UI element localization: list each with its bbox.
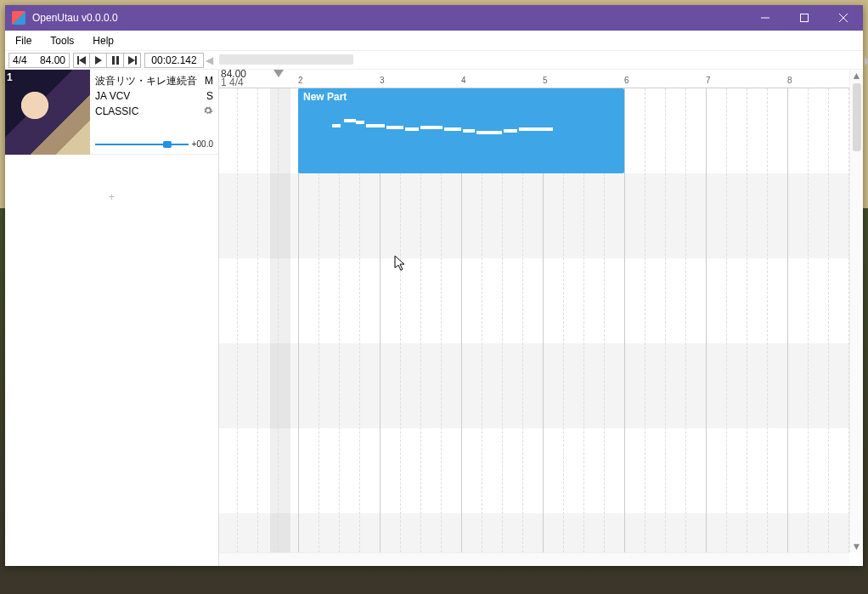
skip-end-icon: [128, 56, 137, 65]
time-value: 00:02.142: [151, 54, 196, 66]
svg-marker-5: [79, 56, 86, 65]
track-header[interactable]: 1 波音リツ・キレ連続音Ver M JA VCV S CLASSIC: [5, 70, 218, 155]
track-settings-button[interactable]: [203, 105, 213, 118]
minimize-icon: [761, 14, 769, 22]
svg-marker-11: [273, 70, 284, 77]
grid-barline: [706, 88, 707, 552]
arrangement-panel: 84.00 1 4/4 2345678 New Part: [219, 70, 863, 566]
pause-button[interactable]: [107, 53, 124, 68]
menu-help[interactable]: Help: [89, 33, 117, 48]
midi-part[interactable]: New Part: [298, 88, 624, 173]
ruler-measure-label: 6: [624, 76, 629, 85]
ruler-timesig: 1 4/4: [221, 78, 246, 87]
ruler-measure-label: 8: [787, 76, 792, 85]
mute-button[interactable]: M: [205, 75, 213, 87]
track-avatar[interactable]: 1: [5, 70, 90, 155]
grid-beatline: [808, 88, 809, 552]
pause-icon: [111, 56, 120, 65]
add-track-button[interactable]: +: [5, 155, 218, 240]
track-lane: [219, 513, 849, 552]
volume-value: +00.0: [192, 139, 213, 149]
close-button[interactable]: [824, 5, 863, 31]
content-area: 1 波音リツ・キレ連続音Ver M JA VCV S CLASSIC: [5, 70, 863, 566]
grid-beatline: [685, 88, 686, 552]
play-button[interactable]: [90, 53, 107, 68]
grid-beatline: [747, 88, 747, 552]
close-icon: [839, 14, 848, 22]
ruler-info: 84.00 1 4/4: [221, 70, 246, 87]
grid-beatline: [645, 88, 645, 552]
avatar-image: [5, 70, 90, 155]
menubar: File Tools Help: [5, 31, 863, 51]
svg-rect-10: [135, 56, 137, 65]
grid-beatline: [278, 88, 279, 552]
vertical-scrollbar[interactable]: ▲ ▼: [849, 70, 863, 552]
svg-rect-7: [112, 56, 115, 65]
track-lane: [219, 173, 849, 258]
svg-marker-6: [95, 56, 102, 65]
time-signature-value: 4/4: [13, 54, 27, 66]
app-icon: [12, 11, 25, 25]
transport-controls: [73, 53, 141, 68]
menu-tools[interactable]: Tools: [47, 33, 77, 48]
timeline-scroll-thumb[interactable]: [219, 54, 353, 65]
track-phonemizer[interactable]: JA VCV: [95, 90, 130, 102]
ruler-measure-label: 3: [380, 76, 385, 85]
plus-icon: +: [109, 191, 115, 203]
solo-button[interactable]: S: [206, 90, 213, 102]
timeline-ruler[interactable]: 84.00 1 4/4 2345678: [219, 70, 849, 88]
skip-end-button[interactable]: [124, 53, 141, 68]
track-list-panel: 1 波音リツ・キレ連続音Ver M JA VCV S CLASSIC: [5, 70, 219, 566]
mouse-cursor: [394, 255, 406, 272]
volume-slider-row: +00.0: [95, 139, 213, 149]
grid-beatline: [257, 88, 258, 552]
arrangement-canvas[interactable]: New Part: [219, 88, 849, 552]
ruler-measure-label: 2: [298, 76, 303, 85]
track-lane: [219, 428, 849, 513]
part-note-preview: [332, 119, 616, 143]
scroll-down-button[interactable]: ▼: [850, 540, 863, 552]
toolbar: 4/4 84.00 00:02.142 ◀ ▶: [5, 51, 863, 70]
window-title: OpenUtau v0.0.0.0: [32, 12, 746, 24]
maximize-icon: [800, 14, 809, 22]
timeline-scroll-left-button[interactable]: ◀: [206, 53, 212, 68]
skip-start-button[interactable]: [73, 53, 90, 68]
ruler-measure-label: 5: [543, 76, 548, 85]
app-window: OpenUtau v0.0.0.0 File Tools Help 4/4 84…: [5, 5, 863, 566]
ruler-measure-label: 7: [706, 76, 711, 85]
maximize-button[interactable]: [785, 5, 824, 31]
svg-rect-4: [77, 56, 79, 65]
vertical-scroll-thumb[interactable]: [853, 83, 861, 151]
track-singer-name[interactable]: 波音リツ・キレ連続音Ver: [95, 74, 197, 88]
ruler-measure-label: 4: [461, 76, 466, 85]
time-signature-tempo-box[interactable]: 4/4 84.00: [8, 53, 70, 68]
tempo-value: 84.00: [40, 54, 65, 66]
time-display[interactable]: 00:02.142: [144, 53, 204, 68]
svg-rect-1: [801, 14, 809, 22]
svg-rect-8: [116, 56, 119, 65]
grid-barline: [624, 88, 625, 552]
playhead-marker[interactable]: [273, 70, 282, 78]
track-lane: [219, 343, 849, 428]
titlebar[interactable]: OpenUtau v0.0.0.0: [5, 5, 863, 31]
grid-beatline: [726, 88, 727, 552]
volume-thumb[interactable]: [163, 141, 172, 148]
play-icon: [94, 56, 103, 65]
grid-beatline: [828, 88, 829, 552]
volume-slider[interactable]: [95, 144, 189, 145]
grid-beatline: [767, 88, 768, 552]
track-renderer[interactable]: CLASSIC: [95, 105, 138, 117]
track-lane: [219, 258, 849, 343]
horizontal-scrollbar[interactable]: [219, 552, 849, 566]
menu-file[interactable]: File: [12, 33, 35, 48]
playhead-shade: [270, 88, 290, 552]
gear-icon: [203, 105, 213, 116]
skip-start-icon: [77, 56, 86, 65]
track-number: 1: [7, 71, 13, 83]
minimize-button[interactable]: [746, 5, 785, 31]
scroll-up-button[interactable]: ▲: [850, 70, 863, 82]
grid-beatline: [237, 88, 238, 552]
part-label: New Part: [303, 91, 347, 103]
timeline-scroll-right-button[interactable]: ▶: [865, 53, 868, 68]
cursor-icon: [394, 255, 406, 272]
